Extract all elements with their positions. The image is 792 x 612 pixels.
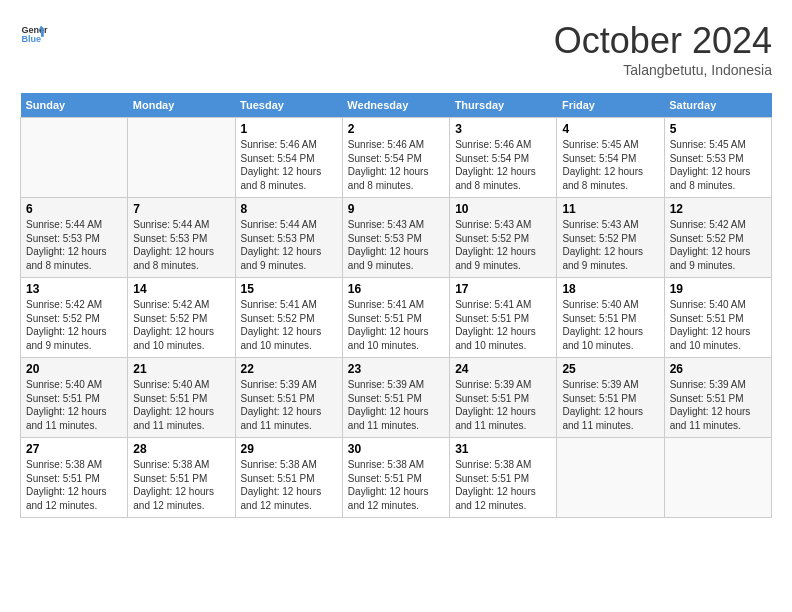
calendar-cell: 23Sunrise: 5:39 AM Sunset: 5:51 PM Dayli… <box>342 358 449 438</box>
month-title: October 2024 <box>554 20 772 62</box>
calendar-header-row: SundayMondayTuesdayWednesdayThursdayFrid… <box>21 93 772 118</box>
title-block: October 2024 Talangbetutu, Indonesia <box>554 20 772 78</box>
day-number: 30 <box>348 442 444 456</box>
day-info: Sunrise: 5:42 AM Sunset: 5:52 PM Dayligh… <box>133 298 229 352</box>
calendar-week-3: 13Sunrise: 5:42 AM Sunset: 5:52 PM Dayli… <box>21 278 772 358</box>
day-info: Sunrise: 5:39 AM Sunset: 5:51 PM Dayligh… <box>670 378 766 432</box>
day-info: Sunrise: 5:42 AM Sunset: 5:52 PM Dayligh… <box>670 218 766 272</box>
calendar-cell: 21Sunrise: 5:40 AM Sunset: 5:51 PM Dayli… <box>128 358 235 438</box>
day-number: 27 <box>26 442 122 456</box>
day-info: Sunrise: 5:46 AM Sunset: 5:54 PM Dayligh… <box>241 138 337 192</box>
header-saturday: Saturday <box>664 93 771 118</box>
header-monday: Monday <box>128 93 235 118</box>
day-info: Sunrise: 5:38 AM Sunset: 5:51 PM Dayligh… <box>455 458 551 512</box>
calendar-cell: 17Sunrise: 5:41 AM Sunset: 5:51 PM Dayli… <box>450 278 557 358</box>
day-info: Sunrise: 5:44 AM Sunset: 5:53 PM Dayligh… <box>26 218 122 272</box>
day-number: 18 <box>562 282 658 296</box>
day-info: Sunrise: 5:45 AM Sunset: 5:53 PM Dayligh… <box>670 138 766 192</box>
day-info: Sunrise: 5:44 AM Sunset: 5:53 PM Dayligh… <box>133 218 229 272</box>
day-info: Sunrise: 5:39 AM Sunset: 5:51 PM Dayligh… <box>562 378 658 432</box>
day-number: 20 <box>26 362 122 376</box>
day-info: Sunrise: 5:44 AM Sunset: 5:53 PM Dayligh… <box>241 218 337 272</box>
calendar-cell: 4Sunrise: 5:45 AM Sunset: 5:54 PM Daylig… <box>557 118 664 198</box>
calendar-table: SundayMondayTuesdayWednesdayThursdayFrid… <box>20 93 772 518</box>
day-info: Sunrise: 5:45 AM Sunset: 5:54 PM Dayligh… <box>562 138 658 192</box>
calendar-cell: 12Sunrise: 5:42 AM Sunset: 5:52 PM Dayli… <box>664 198 771 278</box>
day-info: Sunrise: 5:43 AM Sunset: 5:52 PM Dayligh… <box>562 218 658 272</box>
day-number: 8 <box>241 202 337 216</box>
calendar-cell <box>21 118 128 198</box>
day-number: 3 <box>455 122 551 136</box>
day-number: 15 <box>241 282 337 296</box>
day-number: 9 <box>348 202 444 216</box>
day-info: Sunrise: 5:40 AM Sunset: 5:51 PM Dayligh… <box>562 298 658 352</box>
day-number: 14 <box>133 282 229 296</box>
calendar-cell: 8Sunrise: 5:44 AM Sunset: 5:53 PM Daylig… <box>235 198 342 278</box>
calendar-cell: 27Sunrise: 5:38 AM Sunset: 5:51 PM Dayli… <box>21 438 128 518</box>
day-info: Sunrise: 5:41 AM Sunset: 5:52 PM Dayligh… <box>241 298 337 352</box>
day-info: Sunrise: 5:38 AM Sunset: 5:51 PM Dayligh… <box>241 458 337 512</box>
calendar-cell: 6Sunrise: 5:44 AM Sunset: 5:53 PM Daylig… <box>21 198 128 278</box>
day-info: Sunrise: 5:39 AM Sunset: 5:51 PM Dayligh… <box>241 378 337 432</box>
calendar-cell: 13Sunrise: 5:42 AM Sunset: 5:52 PM Dayli… <box>21 278 128 358</box>
day-info: Sunrise: 5:46 AM Sunset: 5:54 PM Dayligh… <box>348 138 444 192</box>
header-wednesday: Wednesday <box>342 93 449 118</box>
calendar-cell: 29Sunrise: 5:38 AM Sunset: 5:51 PM Dayli… <box>235 438 342 518</box>
calendar-cell: 14Sunrise: 5:42 AM Sunset: 5:52 PM Dayli… <box>128 278 235 358</box>
day-info: Sunrise: 5:38 AM Sunset: 5:51 PM Dayligh… <box>26 458 122 512</box>
day-number: 5 <box>670 122 766 136</box>
day-info: Sunrise: 5:39 AM Sunset: 5:51 PM Dayligh… <box>348 378 444 432</box>
calendar-cell: 3Sunrise: 5:46 AM Sunset: 5:54 PM Daylig… <box>450 118 557 198</box>
day-info: Sunrise: 5:41 AM Sunset: 5:51 PM Dayligh… <box>348 298 444 352</box>
calendar-cell: 15Sunrise: 5:41 AM Sunset: 5:52 PM Dayli… <box>235 278 342 358</box>
logo-icon: General Blue <box>20 20 48 48</box>
calendar-week-2: 6Sunrise: 5:44 AM Sunset: 5:53 PM Daylig… <box>21 198 772 278</box>
day-info: Sunrise: 5:43 AM Sunset: 5:53 PM Dayligh… <box>348 218 444 272</box>
day-number: 10 <box>455 202 551 216</box>
calendar-cell <box>557 438 664 518</box>
calendar-cell: 9Sunrise: 5:43 AM Sunset: 5:53 PM Daylig… <box>342 198 449 278</box>
day-number: 16 <box>348 282 444 296</box>
svg-text:Blue: Blue <box>21 34 41 44</box>
header-sunday: Sunday <box>21 93 128 118</box>
day-number: 25 <box>562 362 658 376</box>
location-subtitle: Talangbetutu, Indonesia <box>554 62 772 78</box>
page-header: General Blue October 2024 Talangbetutu, … <box>20 20 772 78</box>
calendar-cell: 5Sunrise: 5:45 AM Sunset: 5:53 PM Daylig… <box>664 118 771 198</box>
day-number: 29 <box>241 442 337 456</box>
calendar-cell <box>128 118 235 198</box>
day-info: Sunrise: 5:40 AM Sunset: 5:51 PM Dayligh… <box>133 378 229 432</box>
day-number: 11 <box>562 202 658 216</box>
day-number: 21 <box>133 362 229 376</box>
day-number: 6 <box>26 202 122 216</box>
header-thursday: Thursday <box>450 93 557 118</box>
calendar-cell: 28Sunrise: 5:38 AM Sunset: 5:51 PM Dayli… <box>128 438 235 518</box>
logo: General Blue <box>20 20 48 48</box>
day-number: 2 <box>348 122 444 136</box>
day-number: 22 <box>241 362 337 376</box>
calendar-cell: 24Sunrise: 5:39 AM Sunset: 5:51 PM Dayli… <box>450 358 557 438</box>
calendar-cell: 30Sunrise: 5:38 AM Sunset: 5:51 PM Dayli… <box>342 438 449 518</box>
day-number: 4 <box>562 122 658 136</box>
calendar-cell: 31Sunrise: 5:38 AM Sunset: 5:51 PM Dayli… <box>450 438 557 518</box>
calendar-cell: 7Sunrise: 5:44 AM Sunset: 5:53 PM Daylig… <box>128 198 235 278</box>
day-number: 24 <box>455 362 551 376</box>
day-number: 23 <box>348 362 444 376</box>
header-tuesday: Tuesday <box>235 93 342 118</box>
day-number: 12 <box>670 202 766 216</box>
day-info: Sunrise: 5:38 AM Sunset: 5:51 PM Dayligh… <box>133 458 229 512</box>
calendar-week-4: 20Sunrise: 5:40 AM Sunset: 5:51 PM Dayli… <box>21 358 772 438</box>
header-friday: Friday <box>557 93 664 118</box>
calendar-cell: 16Sunrise: 5:41 AM Sunset: 5:51 PM Dayli… <box>342 278 449 358</box>
day-number: 19 <box>670 282 766 296</box>
day-info: Sunrise: 5:41 AM Sunset: 5:51 PM Dayligh… <box>455 298 551 352</box>
calendar-cell: 20Sunrise: 5:40 AM Sunset: 5:51 PM Dayli… <box>21 358 128 438</box>
svg-text:General: General <box>21 25 48 35</box>
day-info: Sunrise: 5:40 AM Sunset: 5:51 PM Dayligh… <box>26 378 122 432</box>
calendar-cell <box>664 438 771 518</box>
calendar-cell: 2Sunrise: 5:46 AM Sunset: 5:54 PM Daylig… <box>342 118 449 198</box>
calendar-cell: 19Sunrise: 5:40 AM Sunset: 5:51 PM Dayli… <box>664 278 771 358</box>
day-info: Sunrise: 5:40 AM Sunset: 5:51 PM Dayligh… <box>670 298 766 352</box>
day-info: Sunrise: 5:43 AM Sunset: 5:52 PM Dayligh… <box>455 218 551 272</box>
calendar-cell: 25Sunrise: 5:39 AM Sunset: 5:51 PM Dayli… <box>557 358 664 438</box>
